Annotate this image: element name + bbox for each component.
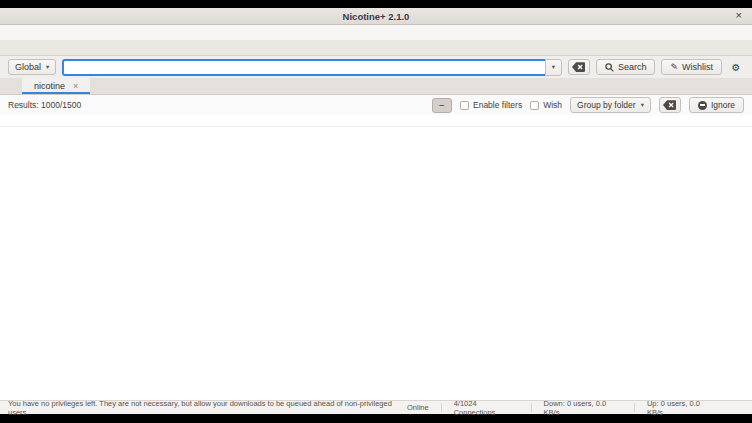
clear-results-button[interactable] <box>659 97 681 113</box>
window-close-button[interactable]: × <box>736 9 742 21</box>
menubar <box>0 25 752 40</box>
results-column-header <box>0 115 752 127</box>
wishlist-button-label: Wishlist <box>682 62 713 72</box>
app-window: Nicotine+ 2.1.0 × Global ▾ ▾ Search ✎ Wi… <box>0 8 752 414</box>
online-status: Online <box>407 403 429 412</box>
connections-count: 4/1024 Connections <box>454 399 519 417</box>
divider <box>634 403 635 412</box>
clear-icon <box>663 100 676 110</box>
enable-filters-label: Enable filters <box>473 100 522 110</box>
collapse-all-button[interactable]: − <box>432 98 452 113</box>
results-toolbar: Results: 1000/1500 − Enable filters Wish… <box>0 95 752 115</box>
wishlist-button[interactable]: ✎ Wishlist <box>661 59 722 75</box>
status-right-group: Online 4/1024 Connections Down: 0 users,… <box>407 399 716 417</box>
ignore-user-button[interactable]: Ignore <box>689 97 744 113</box>
divider <box>531 403 532 412</box>
gear-icon: ⚙ <box>732 62 741 73</box>
download-status: Down: 0 users, 0.0 KB/s <box>544 399 622 417</box>
enable-filters-checkbox[interactable]: Enable filters <box>460 100 522 110</box>
search-history-dropdown[interactable]: ▾ <box>545 59 562 76</box>
settings-button[interactable]: ⚙ <box>728 59 744 75</box>
search-tab-nicotine[interactable]: nicotine × <box>22 78 90 94</box>
clear-search-history-button[interactable] <box>568 59 590 75</box>
titlebar[interactable]: Nicotine+ 2.1.0 × <box>0 8 752 25</box>
results-count: Results: 1000/1500 <box>8 100 81 110</box>
search-toolbar: Global ▾ ▾ Search ✎ Wishlist ⚙ <box>0 56 752 78</box>
minus-icon: − <box>439 100 445 111</box>
privileges-message: You have no privileges left. They are no… <box>8 399 407 417</box>
chevron-down-icon: ▾ <box>46 63 49 71</box>
pencil-icon: ✎ <box>670 62 678 72</box>
search-scope-dropdown[interactable]: Global ▾ <box>8 59 56 75</box>
status-bar: You have no privileges left. They are no… <box>0 400 752 414</box>
ignore-button-label: Ignore <box>711 100 735 110</box>
search-button[interactable]: Search <box>596 59 656 75</box>
close-tab-icon[interactable]: × <box>73 81 78 91</box>
search-session-tab-bar: nicotine × <box>0 78 752 95</box>
block-icon <box>698 101 707 110</box>
group-mode-dropdown[interactable]: Group by folder ▾ <box>570 97 651 113</box>
search-input[interactable] <box>62 59 545 76</box>
wish-label: Wish <box>543 100 562 110</box>
window-title: Nicotine+ 2.1.0 <box>343 11 410 22</box>
chevron-down-icon: ▾ <box>641 101 644 109</box>
group-mode-value: Group by folder <box>577 100 636 110</box>
search-button-label: Search <box>618 62 647 72</box>
wish-checkbox[interactable]: Wish <box>530 100 562 110</box>
divider <box>441 403 442 412</box>
checkbox-icon <box>460 101 469 110</box>
chevron-down-icon: ▾ <box>552 63 555 71</box>
upload-status: Up: 0 users, 0.0 KB/s <box>647 399 716 417</box>
search-tab-label: nicotine <box>34 81 65 91</box>
checkbox-icon <box>530 101 539 110</box>
clear-icon <box>572 62 585 72</box>
main-tab-bar <box>0 40 752 56</box>
search-entry-group: ▾ <box>62 59 562 76</box>
search-icon <box>605 63 614 72</box>
search-scope-value: Global <box>15 62 41 72</box>
results-list <box>0 127 752 400</box>
